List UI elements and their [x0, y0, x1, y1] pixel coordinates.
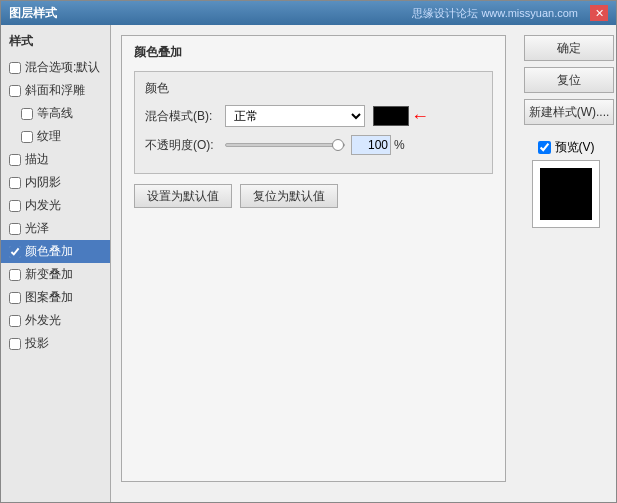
set-default-button[interactable]: 设置为默认值	[134, 184, 232, 208]
preview-checkbox-row: 预览(V)	[538, 139, 595, 156]
sidebar-item-drop-shadow[interactable]: 投影	[1, 332, 110, 355]
opacity-slider[interactable]	[225, 143, 345, 147]
confirm-button[interactable]: 确定	[524, 35, 614, 61]
window-title: 图层样式	[9, 5, 57, 22]
sidebar-items: 混合选项:默认斜面和浮雕等高线纹理描边内阴影内发光光泽颜色叠加新变叠加图案叠加外…	[1, 56, 110, 355]
sidebar-label-stroke: 描边	[25, 151, 49, 168]
checkbox-default-options[interactable]	[9, 62, 21, 74]
checkbox-inner-glow[interactable]	[9, 200, 21, 212]
sidebar-label-pattern-overlay: 图案叠加	[25, 289, 73, 306]
section-title: 颜色叠加	[134, 44, 493, 61]
sidebar-label-contour: 等高线	[37, 105, 73, 122]
new-style-button[interactable]: 新建样式(W)....	[524, 99, 614, 125]
preview-box	[532, 160, 600, 228]
opacity-input[interactable]	[351, 135, 391, 155]
right-panel: 确定 复位 新建样式(W).... 预览(V)	[516, 25, 616, 502]
sidebar-item-inner-shadow[interactable]: 内阴影	[1, 171, 110, 194]
checkbox-color-overlay[interactable]	[9, 246, 21, 258]
preview-label[interactable]: 预览(V)	[555, 139, 595, 156]
checkbox-gradient-overlay[interactable]	[9, 269, 21, 281]
sidebar-label-drop-shadow: 投影	[25, 335, 49, 352]
sidebar-label-bevel-emboss: 斜面和浮雕	[25, 82, 85, 99]
sidebar-item-bevel-emboss[interactable]: 斜面和浮雕	[1, 79, 110, 102]
opacity-row: 不透明度(O): %	[145, 135, 482, 155]
blend-mode-select[interactable]: 正常溶解变暗正片叠底颜色加深线性加深变亮滤色颜色减淡	[225, 105, 365, 127]
sidebar-label-gradient-overlay: 新变叠加	[25, 266, 73, 283]
reset-default-button[interactable]: 复位为默认值	[240, 184, 338, 208]
sidebar: 样式 混合选项:默认斜面和浮雕等高线纹理描边内阴影内发光光泽颜色叠加新变叠加图案…	[1, 25, 111, 502]
sidebar-title: 样式	[1, 29, 110, 56]
color-sub-section: 颜色 混合模式(B): 正常溶解变暗正片叠底颜色加深线性加深变亮滤色颜色减淡 ←…	[134, 71, 493, 174]
sidebar-item-pattern-overlay[interactable]: 图案叠加	[1, 286, 110, 309]
preview-checkbox[interactable]	[538, 141, 551, 154]
checkbox-inner-shadow[interactable]	[9, 177, 21, 189]
checkbox-satin[interactable]	[9, 223, 21, 235]
color-swatch[interactable]	[373, 106, 409, 126]
sidebar-item-default-options[interactable]: 混合选项:默认	[1, 56, 110, 79]
bottom-btn-row: 设置为默认值 复位为默认值	[134, 184, 493, 208]
main-panel: 颜色叠加 颜色 混合模式(B): 正常溶解变暗正片叠底颜色加深线性加深变亮滤色颜…	[111, 25, 516, 502]
sidebar-label-inner-shadow: 内阴影	[25, 174, 61, 191]
blend-mode-label: 混合模式(B):	[145, 108, 225, 125]
title-bar: 图层样式 思缘设计论坛 www.missyuan.com ✕	[1, 1, 616, 25]
sidebar-label-outer-glow: 外发光	[25, 312, 61, 329]
main-window: 图层样式 思缘设计论坛 www.missyuan.com ✕ 样式 混合选项:默…	[0, 0, 617, 503]
checkbox-outer-glow[interactable]	[9, 315, 21, 327]
sub-section-title: 颜色	[145, 80, 482, 97]
checkbox-drop-shadow[interactable]	[9, 338, 21, 350]
sidebar-label-default-options: 混合选项:默认	[25, 59, 100, 76]
sidebar-label-texture: 纹理	[37, 128, 61, 145]
sidebar-label-color-overlay: 颜色叠加	[25, 243, 73, 260]
sidebar-label-satin: 光泽	[25, 220, 49, 237]
blend-mode-row: 混合模式(B): 正常溶解变暗正片叠底颜色加深线性加深变亮滤色颜色减淡 ←	[145, 105, 482, 127]
checkbox-pattern-overlay[interactable]	[9, 292, 21, 304]
content-area: 样式 混合选项:默认斜面和浮雕等高线纹理描边内阴影内发光光泽颜色叠加新变叠加图案…	[1, 25, 616, 502]
sidebar-item-satin[interactable]: 光泽	[1, 217, 110, 240]
forum-label: 思缘设计论坛 www.missyuan.com	[412, 6, 578, 21]
sidebar-item-color-overlay[interactable]: 颜色叠加	[1, 240, 110, 263]
preview-inner	[540, 168, 592, 220]
checkbox-texture[interactable]	[21, 131, 33, 143]
close-button[interactable]: ✕	[590, 5, 608, 21]
checkbox-stroke[interactable]	[9, 154, 21, 166]
color-overlay-section: 颜色叠加 颜色 混合模式(B): 正常溶解变暗正片叠底颜色加深线性加深变亮滤色颜…	[121, 35, 506, 482]
sidebar-item-stroke[interactable]: 描边	[1, 148, 110, 171]
sidebar-item-inner-glow[interactable]: 内发光	[1, 194, 110, 217]
sidebar-item-texture[interactable]: 纹理	[1, 125, 110, 148]
reset-button[interactable]: 复位	[524, 67, 614, 93]
sidebar-item-gradient-overlay[interactable]: 新变叠加	[1, 263, 110, 286]
sidebar-item-contour[interactable]: 等高线	[1, 102, 110, 125]
sidebar-item-outer-glow[interactable]: 外发光	[1, 309, 110, 332]
checkbox-bevel-emboss[interactable]	[9, 85, 21, 97]
opacity-pct: %	[394, 138, 405, 152]
sidebar-label-inner-glow: 内发光	[25, 197, 61, 214]
opacity-label: 不透明度(O):	[145, 137, 225, 154]
preview-area: 预览(V)	[524, 139, 608, 228]
arrow-indicator: ←	[411, 107, 429, 125]
checkbox-contour[interactable]	[21, 108, 33, 120]
